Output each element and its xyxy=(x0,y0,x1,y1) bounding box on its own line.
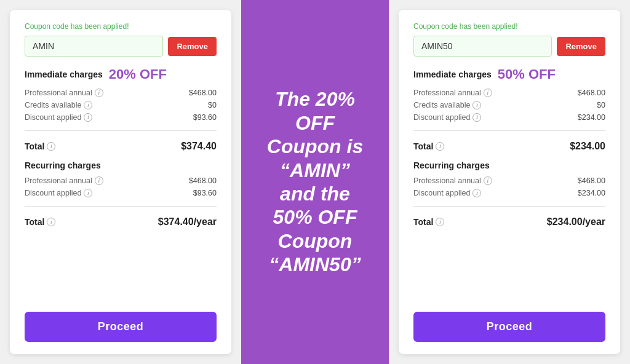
right-immediate-label-2: Discount applied i xyxy=(413,113,481,122)
middle-banner-text: The 20% OFF Coupon is “AMIN” and the 50%… xyxy=(267,87,363,276)
right-immediate-label-1: Credits available i xyxy=(413,101,481,109)
right-immediate-value-0: $468.00 xyxy=(578,89,605,97)
right-recurring-title: Recurring charges xyxy=(413,160,490,170)
right-immediate-row-1: Credits available i $0 xyxy=(413,101,605,109)
left-recurring-total-info[interactable]: i xyxy=(47,218,55,226)
right-discount-badge: 50% OFF xyxy=(498,66,556,82)
right-recurring-total-info[interactable]: i xyxy=(436,218,444,226)
right-card: Coupon code has been applied! Remove Imm… xyxy=(399,10,620,354)
right-immediate-info-0[interactable]: i xyxy=(484,89,492,97)
left-remove-button[interactable]: Remove xyxy=(168,37,217,56)
left-card: Coupon code has been applied! Remove Imm… xyxy=(10,10,231,354)
right-immediate-row-2: Discount applied i $234.00 xyxy=(413,113,605,122)
left-proceed-button[interactable]: Proceed xyxy=(25,312,217,342)
left-coupon-row: Remove xyxy=(25,36,217,57)
right-immediate-value-2: $234.00 xyxy=(578,113,605,122)
left-immediate-total-row: Total i $374.40 xyxy=(25,141,217,152)
left-recurring-row-1: Discount applied i $93.60 xyxy=(25,189,217,197)
right-immediate-total-value: $234.00 xyxy=(570,141,605,152)
right-coupon-applied-label: Coupon code has been applied! xyxy=(413,22,605,31)
right-immediate-total-row: Total i $234.00 xyxy=(413,141,605,152)
right-recurring-total-row: Total i $234.00/year xyxy=(413,216,605,228)
left-recurring-total-row: Total i $374.40/year xyxy=(25,216,217,228)
left-immediate-row-0: Professional annual i $468.00 xyxy=(25,89,217,97)
left-recurring-header: Recurring charges xyxy=(25,160,217,170)
left-immediate-title: Immediate charges xyxy=(25,69,103,79)
left-recurring-row-0: Professional annual i $468.00 xyxy=(25,176,217,185)
right-coupon-row: Remove xyxy=(413,36,605,57)
left-immediate-label-2: Discount applied i xyxy=(25,113,92,122)
left-immediate-total-label: Total i xyxy=(25,141,55,151)
right-immediate-value-1: $0 xyxy=(597,101,605,109)
left-immediate-total-info[interactable]: i xyxy=(47,142,55,151)
right-recurring-info-0[interactable]: i xyxy=(484,176,492,185)
right-proceed-button[interactable]: Proceed xyxy=(413,312,605,342)
right-immediate-info-1[interactable]: i xyxy=(472,101,481,109)
left-recurring-total-label: Total i xyxy=(25,217,55,227)
right-immediate-total-info[interactable]: i xyxy=(436,142,444,151)
left-immediate-info-1[interactable]: i xyxy=(84,101,92,109)
left-immediate-value-1: $0 xyxy=(208,101,217,109)
right-remove-button[interactable]: Remove xyxy=(557,37,605,56)
left-immediate-label-0: Professional annual i xyxy=(25,89,103,97)
right-immediate-header: Immediate charges 50% OFF xyxy=(413,66,605,82)
main-container: Coupon code has been applied! Remove Imm… xyxy=(0,0,630,364)
right-immediate-total-label: Total i xyxy=(413,141,444,151)
left-recurring-value-1: $93.60 xyxy=(193,189,217,197)
right-recurring-total-label: Total i xyxy=(413,217,444,227)
left-immediate-row-1: Credits available i $0 xyxy=(25,101,217,109)
left-coupon-input[interactable] xyxy=(25,36,163,57)
left-recurring-label-1: Discount applied i xyxy=(25,189,92,197)
right-recurring-total-value: $234.00/year xyxy=(547,216,605,228)
left-immediate-value-0: $468.00 xyxy=(189,89,217,97)
right-recurring-label-1: Discount applied i xyxy=(413,189,481,197)
left-immediate-header: Immediate charges 20% OFF xyxy=(25,66,217,82)
left-recurring-value-0: $468.00 xyxy=(189,176,217,185)
left-recurring-info-0[interactable]: i xyxy=(95,176,103,185)
left-immediate-info-0[interactable]: i xyxy=(95,89,103,97)
right-recurring-info-1[interactable]: i xyxy=(472,189,481,197)
left-immediate-info-2[interactable]: i xyxy=(84,113,92,122)
right-immediate-info-2[interactable]: i xyxy=(472,113,481,122)
right-recurring-header: Recurring charges xyxy=(413,160,605,170)
right-recurring-row-0: Professional annual i $468.00 xyxy=(413,176,605,185)
right-immediate-row-0: Professional annual i $468.00 xyxy=(413,89,605,97)
right-immediate-label-0: Professional annual i xyxy=(413,89,492,97)
left-recurring-total-value: $374.40/year xyxy=(158,216,217,228)
left-immediate-total-value: $374.40 xyxy=(181,141,217,152)
left-recurring-label-0: Professional annual i xyxy=(25,176,103,185)
right-recurring-value-0: $468.00 xyxy=(578,176,605,185)
right-recurring-value-1: $234.00 xyxy=(578,189,605,197)
left-discount-badge: 20% OFF xyxy=(109,66,167,82)
left-immediate-row-2: Discount applied i $93.60 xyxy=(25,113,217,122)
middle-banner: The 20% OFF Coupon is “AMIN” and the 50%… xyxy=(241,0,389,364)
left-coupon-applied-label: Coupon code has been applied! xyxy=(25,22,217,31)
left-recurring-info-1[interactable]: i xyxy=(84,189,92,197)
right-recurring-label-0: Professional annual i xyxy=(413,176,492,185)
right-immediate-title: Immediate charges xyxy=(413,69,492,79)
right-recurring-row-1: Discount applied i $234.00 xyxy=(413,189,605,197)
left-immediate-value-2: $93.60 xyxy=(193,113,217,122)
left-immediate-label-1: Credits available i xyxy=(25,101,92,109)
right-coupon-input[interactable] xyxy=(413,36,552,57)
left-recurring-title: Recurring charges xyxy=(25,160,101,170)
